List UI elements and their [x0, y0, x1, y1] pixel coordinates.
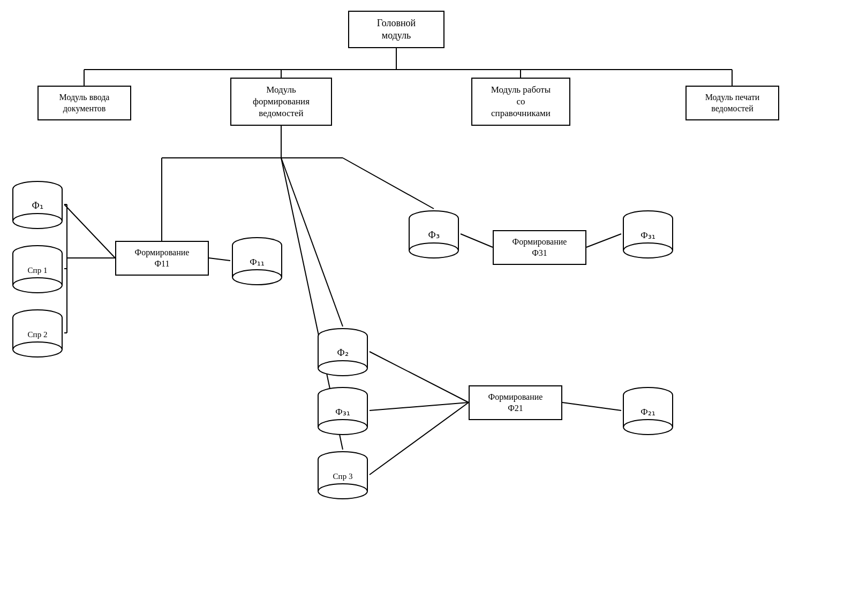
cyl-f31-bot: Ф₃₁ — [316, 385, 370, 436]
mod-sprav-box: Модуль работы со справочниками — [471, 78, 570, 126]
mod-sprav-label: Модуль работы со справочниками — [491, 84, 551, 119]
svg-point-71 — [318, 420, 367, 435]
svg-point-59 — [623, 243, 673, 258]
form-f11-box: Формирование Ф11 — [115, 241, 209, 276]
cyl-spr3: Спр 3 — [316, 450, 370, 500]
cyl-f3: Ф₃ — [407, 209, 461, 260]
svg-point-35 — [13, 278, 62, 293]
svg-point-41 — [13, 342, 62, 357]
svg-point-47 — [232, 270, 282, 285]
mod-vvod-box: Модуль ввода документов — [37, 86, 131, 120]
form-f21-box: Формирование Ф21 — [469, 385, 562, 420]
diagram: Головной модуль Модуль ввода документов … — [0, 0, 844, 616]
svg-line-20 — [586, 234, 621, 247]
cyl-f2: Ф₂ — [316, 326, 370, 377]
svg-text:Ф₃₁: Ф₃₁ — [640, 230, 655, 240]
svg-line-19 — [461, 234, 493, 247]
head-module-label: Головной модуль — [377, 17, 416, 42]
svg-line-9 — [343, 158, 434, 209]
cyl-f21: Ф₂₁ — [621, 385, 675, 436]
svg-text:Ф₂: Ф₂ — [337, 347, 348, 358]
cyl-f11: Ф₁₁ — [230, 235, 284, 286]
svg-text:Спр 1: Спр 1 — [28, 266, 48, 275]
mod-vvod-label: Модуль ввода документов — [59, 92, 110, 115]
cyl-spr1: Спр 1 — [11, 244, 64, 294]
svg-text:Ф₂₁: Ф₂₁ — [640, 407, 655, 417]
cyl-f1: Ф₁ — [11, 179, 64, 230]
svg-text:Спр 2: Спр 2 — [28, 330, 48, 339]
svg-text:Ф₁: Ф₁ — [32, 200, 43, 211]
mod-print-label: Модуль печати ведомостей — [705, 92, 760, 115]
mod-print-box: Модуль печати ведомостей — [685, 86, 779, 120]
svg-text:Ф₃: Ф₃ — [428, 230, 439, 240]
svg-text:Ф₁₁: Ф₁₁ — [250, 257, 264, 267]
mod-form-box: Модуль формирования ведомостей — [230, 78, 332, 126]
head-module-box: Головной модуль — [348, 11, 444, 48]
mod-form-label: Модуль формирования ведомостей — [253, 84, 310, 119]
svg-text:Ф₃₁: Ф₃₁ — [335, 407, 350, 417]
svg-point-83 — [623, 420, 673, 435]
cyl-f31-top: Ф₃₁ — [621, 209, 675, 260]
svg-line-18 — [209, 258, 230, 261]
svg-line-23 — [370, 402, 469, 475]
svg-line-21 — [370, 402, 469, 410]
svg-point-29 — [13, 214, 62, 229]
svg-point-53 — [409, 243, 458, 258]
form-f11-label: Формирование Ф11 — [135, 247, 190, 270]
cyl-spr2: Спр 2 — [11, 308, 64, 359]
svg-text:Спр 3: Спр 3 — [333, 472, 353, 481]
form-f21-label: Формирование Ф21 — [488, 392, 543, 414]
svg-line-22 — [370, 352, 469, 402]
form-f31-label: Формирование Ф31 — [513, 237, 567, 259]
svg-point-65 — [318, 361, 367, 376]
svg-line-24 — [562, 402, 621, 410]
svg-point-77 — [318, 484, 367, 499]
svg-line-10 — [281, 158, 343, 326]
svg-line-13 — [64, 204, 115, 258]
form-f31-box: Формирование Ф31 — [493, 230, 586, 265]
